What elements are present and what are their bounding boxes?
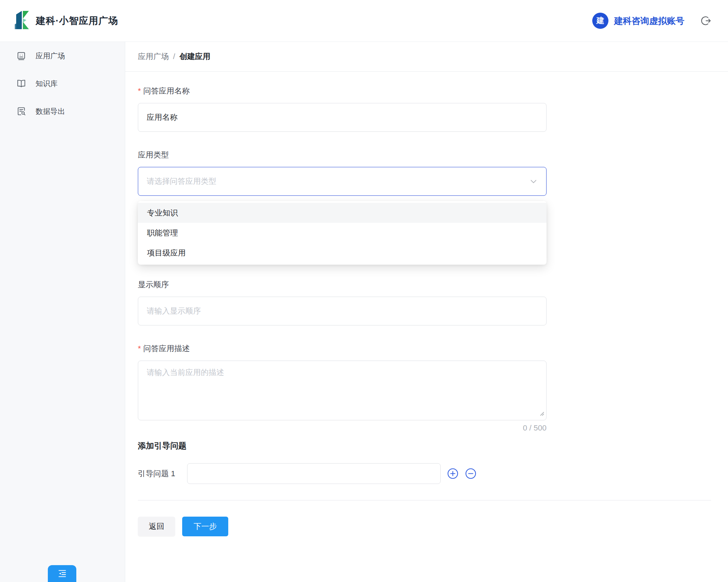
chevron-down-icon (529, 177, 538, 186)
app-type-select[interactable]: 请选择问答应用类型 (138, 167, 547, 196)
breadcrumb-separator: / (173, 52, 175, 61)
sidebar-item-data-export[interactable]: 数据导出 (0, 97, 125, 125)
breadcrumb: 应用广场 / 创建应用 (125, 42, 728, 72)
app-type-label: 应用类型 (138, 150, 711, 160)
create-app-form: * 问答应用名称 应用类型 请选择问答应用类型 专业知识 (125, 72, 728, 536)
header-brand: 建科·小智应用广场 (14, 10, 118, 31)
required-marker: * (138, 343, 141, 354)
dropdown-option-professional[interactable]: 专业知识 (138, 203, 547, 223)
sidebar-item-label: 知识库 (36, 79, 58, 89)
guide-section-title: 添加引导问题 (138, 440, 711, 451)
file-search-icon (17, 106, 26, 116)
char-counter: 0 / 500 (138, 423, 547, 433)
app-name-label: * 问答应用名称 (138, 86, 711, 96)
account-name[interactable]: 建科咨询虚拟账号 (614, 15, 684, 27)
app-grid-icon (17, 51, 26, 60)
app-logo-icon (14, 10, 30, 31)
logout-icon[interactable] (701, 15, 711, 26)
required-marker: * (138, 86, 141, 96)
app-desc-textarea[interactable] (138, 361, 547, 420)
page: 建科·小智应用广场 建 建科咨询虚拟账号 (0, 0, 728, 582)
display-order-label: 显示顺序 (138, 279, 711, 290)
sidebar-item-knowledge-base[interactable]: 知识库 (0, 70, 125, 97)
header-account: 建 建科咨询虚拟账号 (592, 13, 711, 29)
sidebar-item-label: 数据导出 (36, 106, 65, 116)
back-button[interactable]: 返回 (138, 517, 175, 536)
menu-fold-icon (57, 569, 67, 580)
app-name-input[interactable] (138, 103, 547, 132)
book-icon (17, 79, 26, 88)
sidebar-item-label: 应用广场 (36, 51, 65, 61)
sidebar: 应用广场 知识库 (0, 42, 125, 582)
dropdown-option-project[interactable]: 项目级应用 (138, 243, 547, 263)
app-type-placeholder: 请选择问答应用类型 (147, 176, 216, 187)
display-order-input[interactable] (138, 297, 547, 325)
app-title: 建科·小智应用广场 (36, 14, 118, 27)
avatar[interactable]: 建 (592, 13, 608, 29)
sidebar-item-app-plaza[interactable]: 应用广场 (0, 42, 125, 70)
guide-question-label: 引导问题 1 (138, 468, 187, 479)
breadcrumb-parent[interactable]: 应用广场 (138, 51, 169, 62)
main-content: 应用广场 / 创建应用 * 问答应用名称 应用类型 请选择问答应用类型 (125, 42, 728, 582)
breadcrumb-current: 创建应用 (179, 51, 210, 62)
remove-question-icon[interactable] (465, 468, 477, 479)
add-question-icon[interactable] (447, 468, 459, 479)
app-type-dropdown: 专业知识 职能管理 项目级应用 (138, 201, 547, 265)
dropdown-option-function[interactable]: 职能管理 (138, 223, 547, 243)
app-desc-label: * 问答应用描述 (138, 343, 711, 354)
guide-question-row: 引导问题 1 (138, 463, 711, 484)
app-header: 建科·小智应用广场 建 建科咨询虚拟账号 (0, 0, 728, 42)
guide-question-input[interactable] (187, 463, 441, 484)
form-actions: 返回 下一步 (138, 517, 711, 536)
next-step-button[interactable]: 下一步 (182, 517, 228, 536)
menu-fold-button[interactable] (48, 565, 76, 582)
divider (138, 500, 711, 500)
